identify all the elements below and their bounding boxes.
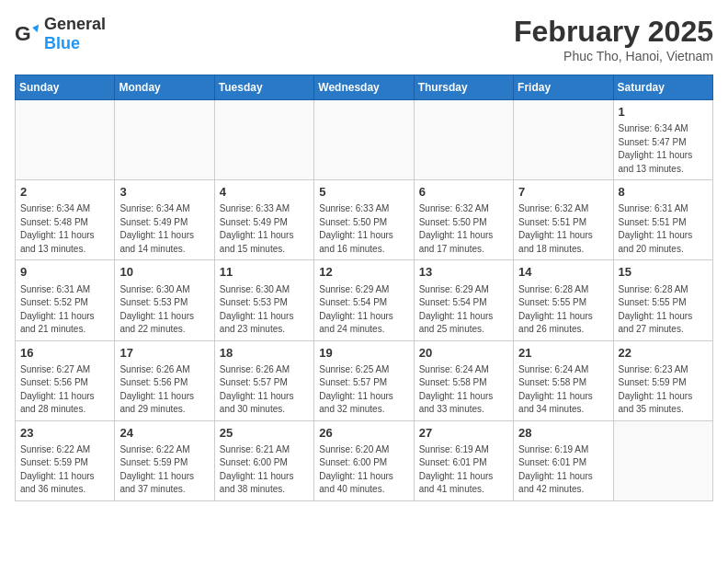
calendar-cell: 22Sunrise: 6:23 AM Sunset: 5:59 PM Dayli… bbox=[613, 340, 712, 420]
day-info: Sunrise: 6:28 AM Sunset: 5:55 PM Dayligh… bbox=[518, 283, 608, 337]
day-number: 2 bbox=[20, 184, 109, 201]
day-info: Sunrise: 6:20 AM Sunset: 6:00 PM Dayligh… bbox=[319, 443, 408, 497]
day-number: 25 bbox=[220, 425, 309, 442]
day-number: 1 bbox=[619, 104, 708, 121]
calendar-cell: 26Sunrise: 6:20 AM Sunset: 6:00 PM Dayli… bbox=[314, 420, 414, 500]
calendar-cell: 21Sunrise: 6:24 AM Sunset: 5:58 PM Dayli… bbox=[514, 340, 613, 420]
day-info: Sunrise: 6:28 AM Sunset: 5:55 PM Dayligh… bbox=[619, 283, 708, 337]
day-number: 6 bbox=[419, 184, 508, 201]
calendar-header: Sunday Monday Tuesday Wednesday Thursday… bbox=[16, 75, 713, 100]
calendar-cell: 10Sunrise: 6:30 AM Sunset: 5:53 PM Dayli… bbox=[115, 260, 214, 340]
col-wednesday: Wednesday bbox=[314, 75, 414, 100]
day-number: 9 bbox=[20, 264, 109, 281]
day-number: 13 bbox=[419, 264, 508, 281]
day-info: Sunrise: 6:32 AM Sunset: 5:51 PM Dayligh… bbox=[518, 202, 608, 256]
day-info: Sunrise: 6:32 AM Sunset: 5:50 PM Dayligh… bbox=[419, 202, 508, 256]
col-sunday: Sunday bbox=[16, 75, 115, 100]
day-number: 17 bbox=[119, 345, 209, 362]
col-tuesday: Tuesday bbox=[214, 75, 313, 100]
calendar-cell: 8Sunrise: 6:31 AM Sunset: 5:51 PM Daylig… bbox=[613, 180, 712, 260]
calendar-week-5: 23Sunrise: 6:22 AM Sunset: 5:59 PM Dayli… bbox=[16, 420, 713, 500]
calendar-cell bbox=[613, 420, 712, 500]
calendar-cell: 16Sunrise: 6:27 AM Sunset: 5:56 PM Dayli… bbox=[16, 340, 115, 420]
day-info: Sunrise: 6:34 AM Sunset: 5:49 PM Dayligh… bbox=[119, 202, 209, 256]
logo-general: General bbox=[44, 15, 106, 33]
calendar-cell: 12Sunrise: 6:29 AM Sunset: 5:54 PM Dayli… bbox=[314, 260, 414, 340]
calendar-cell: 5Sunrise: 6:33 AM Sunset: 5:50 PM Daylig… bbox=[314, 180, 414, 260]
calendar-cell: 6Sunrise: 6:32 AM Sunset: 5:50 PM Daylig… bbox=[414, 180, 513, 260]
calendar-week-4: 16Sunrise: 6:27 AM Sunset: 5:56 PM Dayli… bbox=[16, 340, 713, 420]
logo: G General Blue bbox=[15, 15, 106, 53]
day-info: Sunrise: 6:22 AM Sunset: 5:59 PM Dayligh… bbox=[119, 443, 209, 497]
day-info: Sunrise: 6:30 AM Sunset: 5:53 PM Dayligh… bbox=[119, 283, 209, 337]
day-number: 7 bbox=[518, 184, 608, 201]
calendar-cell: 24Sunrise: 6:22 AM Sunset: 5:59 PM Dayli… bbox=[115, 420, 214, 500]
day-info: Sunrise: 6:19 AM Sunset: 6:01 PM Dayligh… bbox=[419, 443, 508, 497]
day-info: Sunrise: 6:24 AM Sunset: 5:58 PM Dayligh… bbox=[518, 363, 608, 417]
day-info: Sunrise: 6:29 AM Sunset: 5:54 PM Dayligh… bbox=[319, 283, 408, 337]
calendar-cell: 11Sunrise: 6:30 AM Sunset: 5:53 PM Dayli… bbox=[214, 260, 313, 340]
day-info: Sunrise: 6:24 AM Sunset: 5:58 PM Dayligh… bbox=[419, 363, 508, 417]
day-number: 14 bbox=[518, 264, 608, 281]
calendar-cell: 1Sunrise: 6:34 AM Sunset: 5:47 PM Daylig… bbox=[613, 100, 712, 180]
calendar-cell bbox=[16, 100, 115, 180]
day-number: 3 bbox=[119, 184, 209, 201]
day-number: 11 bbox=[220, 264, 309, 281]
header: G General Blue February 2025 Phuc Tho, H… bbox=[15, 15, 713, 63]
calendar-cell: 3Sunrise: 6:34 AM Sunset: 5:49 PM Daylig… bbox=[115, 180, 214, 260]
col-thursday: Thursday bbox=[414, 75, 513, 100]
day-number: 19 bbox=[319, 345, 408, 362]
calendar-cell: 25Sunrise: 6:21 AM Sunset: 6:00 PM Dayli… bbox=[214, 420, 313, 500]
day-info: Sunrise: 6:23 AM Sunset: 5:59 PM Dayligh… bbox=[619, 363, 708, 417]
col-monday: Monday bbox=[115, 75, 214, 100]
day-info: Sunrise: 6:33 AM Sunset: 5:49 PM Dayligh… bbox=[220, 202, 309, 256]
day-number: 21 bbox=[518, 345, 608, 362]
calendar-cell: 18Sunrise: 6:26 AM Sunset: 5:57 PM Dayli… bbox=[214, 340, 313, 420]
day-info: Sunrise: 6:29 AM Sunset: 5:54 PM Dayligh… bbox=[419, 283, 508, 337]
logo-blue: Blue bbox=[44, 34, 80, 52]
day-info: Sunrise: 6:25 AM Sunset: 5:57 PM Dayligh… bbox=[319, 363, 408, 417]
calendar-week-2: 2Sunrise: 6:34 AM Sunset: 5:48 PM Daylig… bbox=[16, 180, 713, 260]
calendar-cell: 2Sunrise: 6:34 AM Sunset: 5:48 PM Daylig… bbox=[16, 180, 115, 260]
day-info: Sunrise: 6:31 AM Sunset: 5:51 PM Dayligh… bbox=[619, 202, 708, 256]
day-info: Sunrise: 6:26 AM Sunset: 5:57 PM Dayligh… bbox=[220, 363, 309, 417]
day-number: 20 bbox=[419, 345, 508, 362]
calendar-cell bbox=[214, 100, 313, 180]
day-number: 5 bbox=[319, 184, 408, 201]
calendar-cell: 19Sunrise: 6:25 AM Sunset: 5:57 PM Dayli… bbox=[314, 340, 414, 420]
day-number: 23 bbox=[20, 425, 109, 442]
calendar-cell: 27Sunrise: 6:19 AM Sunset: 6:01 PM Dayli… bbox=[414, 420, 513, 500]
calendar-cell: 20Sunrise: 6:24 AM Sunset: 5:58 PM Dayli… bbox=[414, 340, 513, 420]
day-info: Sunrise: 6:26 AM Sunset: 5:56 PM Dayligh… bbox=[119, 363, 209, 417]
day-number: 4 bbox=[220, 184, 309, 201]
svg-marker-1 bbox=[32, 25, 39, 33]
calendar-cell: 9Sunrise: 6:31 AM Sunset: 5:52 PM Daylig… bbox=[16, 260, 115, 340]
calendar-subtitle: Phuc Tho, Hanoi, Vietnam bbox=[514, 49, 713, 63]
day-number: 15 bbox=[619, 264, 708, 281]
calendar-cell bbox=[115, 100, 214, 180]
day-number: 22 bbox=[619, 345, 708, 362]
calendar-cell: 14Sunrise: 6:28 AM Sunset: 5:55 PM Dayli… bbox=[514, 260, 613, 340]
calendar-week-1: 1Sunrise: 6:34 AM Sunset: 5:47 PM Daylig… bbox=[16, 100, 713, 180]
day-info: Sunrise: 6:19 AM Sunset: 6:01 PM Dayligh… bbox=[518, 443, 608, 497]
header-row: Sunday Monday Tuesday Wednesday Thursday… bbox=[16, 75, 713, 100]
calendar-cell: 4Sunrise: 6:33 AM Sunset: 5:49 PM Daylig… bbox=[214, 180, 313, 260]
day-info: Sunrise: 6:27 AM Sunset: 5:56 PM Dayligh… bbox=[20, 363, 109, 417]
day-number: 8 bbox=[619, 184, 708, 201]
day-number: 27 bbox=[419, 425, 508, 442]
title-area: February 2025 Phuc Tho, Hanoi, Vietnam bbox=[514, 15, 713, 63]
calendar-cell: 28Sunrise: 6:19 AM Sunset: 6:01 PM Dayli… bbox=[514, 420, 613, 500]
calendar-cell: 17Sunrise: 6:26 AM Sunset: 5:56 PM Dayli… bbox=[115, 340, 214, 420]
day-number: 26 bbox=[319, 425, 408, 442]
calendar-week-3: 9Sunrise: 6:31 AM Sunset: 5:52 PM Daylig… bbox=[16, 260, 713, 340]
day-number: 24 bbox=[119, 425, 209, 442]
day-number: 12 bbox=[319, 264, 408, 281]
calendar-cell: 15Sunrise: 6:28 AM Sunset: 5:55 PM Dayli… bbox=[613, 260, 712, 340]
day-number: 18 bbox=[220, 345, 309, 362]
day-info: Sunrise: 6:34 AM Sunset: 5:47 PM Dayligh… bbox=[619, 122, 708, 176]
calendar-cell bbox=[414, 100, 513, 180]
logo-icon: G bbox=[15, 21, 40, 47]
day-number: 28 bbox=[518, 425, 608, 442]
calendar-cell bbox=[314, 100, 414, 180]
calendar-cell bbox=[514, 100, 613, 180]
